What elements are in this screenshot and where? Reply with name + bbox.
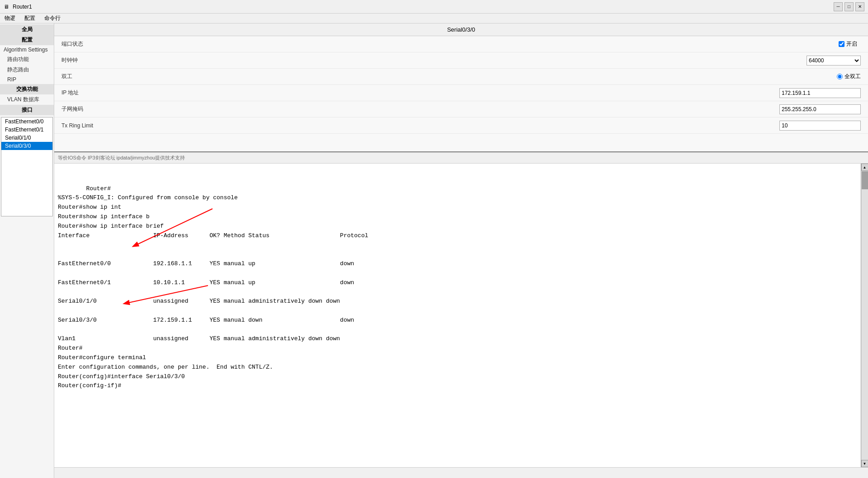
config-row-ip: IP 地址 bbox=[54, 85, 868, 101]
minimize-button[interactable]: ─ bbox=[834, 2, 843, 11]
sidebar-section-top: 全局 配置 Algorithm Settings 路由功能 静态路由 RIP 交… bbox=[0, 23, 54, 116]
interface-panel: Serial0/3/0 端口状态 开启 时钟钟 64000 128000 bbox=[54, 23, 868, 152]
label-txring: Tx Ring Limit bbox=[61, 122, 134, 129]
sidebar-item-jiekou[interactable]: 接口 bbox=[0, 105, 54, 115]
duplex-radio-area: 全双工 bbox=[837, 73, 861, 80]
sidebar-item-fe00[interactable]: FastEthernet0/0 bbox=[1, 117, 52, 126]
value-subnet bbox=[134, 104, 861, 114]
label-duplex: 双工 bbox=[61, 73, 134, 80]
value-clock: 64000 128000 256000 bbox=[134, 56, 861, 66]
duplex-full-radio[interactable] bbox=[837, 74, 843, 80]
ip-address-input[interactable] bbox=[779, 88, 861, 98]
terminal-line-1: Router# %SYS-5-CONFIG_I: Configured from… bbox=[58, 185, 368, 389]
interface-title: Serial0/3/0 bbox=[54, 23, 868, 36]
sidebar-item-rip[interactable]: RIP bbox=[0, 75, 54, 84]
arrow-overlay bbox=[54, 164, 861, 467]
sidebar-item-quanju[interactable]: 全局 bbox=[0, 24, 54, 35]
duplex-full-label: 全双工 bbox=[844, 73, 861, 80]
clock-select[interactable]: 64000 128000 256000 bbox=[807, 56, 861, 66]
value-port-status: 开启 bbox=[134, 40, 861, 48]
sidebar: 全局 配置 Algorithm Settings 路由功能 静态路由 RIP 交… bbox=[0, 23, 54, 478]
terminal-content[interactable]: Router# %SYS-5-CONFIG_I: Configured from… bbox=[54, 164, 861, 467]
txring-input[interactable] bbox=[779, 121, 861, 131]
terminal-wrapper: Router# %SYS-5-CONFIG_I: Configured from… bbox=[54, 164, 868, 467]
port-status-checkbox-area: 开启 bbox=[839, 40, 857, 48]
status-bar bbox=[54, 467, 868, 478]
subnet-mask-input[interactable] bbox=[779, 104, 861, 114]
port-status-checkbox[interactable] bbox=[839, 41, 844, 47]
config-row-clock: 时钟钟 64000 128000 256000 bbox=[54, 52, 868, 69]
scrollbar-thumb[interactable] bbox=[862, 171, 868, 189]
config-row-duplex: 双工 全双工 bbox=[54, 69, 868, 85]
label-subnet: 子网掩码 bbox=[61, 105, 134, 113]
app-icon: 🖥 bbox=[4, 4, 9, 10]
close-button[interactable]: ✕ bbox=[855, 2, 864, 11]
sidebar-item-jiaohuan[interactable]: 交换功能 bbox=[0, 84, 54, 94]
title-bar-controls[interactable]: ─ □ ✕ bbox=[834, 2, 864, 11]
title-bar-left: 🖥 Router1 bbox=[4, 4, 32, 10]
value-duplex: 全双工 bbox=[134, 73, 861, 80]
maximize-button[interactable]: □ bbox=[844, 2, 854, 11]
menu-item-mingling[interactable]: 命令行 bbox=[42, 14, 63, 23]
content-area: Serial0/3/0 端口状态 开启 时钟钟 64000 128000 bbox=[54, 23, 868, 478]
title-bar: 🖥 Router1 ─ □ ✕ bbox=[0, 0, 868, 14]
scrollbar-down-button[interactable]: ▼ bbox=[861, 460, 868, 467]
config-row-port-status: 端口状态 开启 bbox=[54, 36, 868, 52]
menu-bar: 物逻 配置 命令行 bbox=[0, 14, 868, 23]
sidebar-item-jingtaluyou[interactable]: 静态路由 bbox=[0, 65, 54, 75]
terminal-scrollbar: ▲ ▼ bbox=[861, 164, 868, 467]
label-clock: 时钟钟 bbox=[61, 56, 134, 64]
info-bar-text: 等价IOS命令 IP3剑客论坛 ipdata/jimmyzhou提供技术支持 bbox=[58, 155, 185, 160]
sidebar-item-serial010[interactable]: Serial0/1/0 bbox=[1, 134, 52, 142]
sidebar-item-vlan[interactable]: VLAN 数据库 bbox=[0, 94, 54, 105]
sidebar-item-luyougongneng[interactable]: 路由功能 bbox=[0, 54, 54, 65]
config-row-subnet: 子网掩码 bbox=[54, 101, 868, 117]
menu-item-peizhi[interactable]: 配置 bbox=[22, 14, 38, 23]
main-container: 全局 配置 Algorithm Settings 路由功能 静态路由 RIP 交… bbox=[0, 23, 868, 478]
info-bar: 等价IOS命令 IP3剑客论坛 ipdata/jimmyzhou提供技术支持 bbox=[54, 152, 868, 164]
label-port-status: 端口状态 bbox=[61, 40, 134, 48]
port-status-label: 开启 bbox=[846, 40, 857, 48]
config-row-txring: Tx Ring Limit bbox=[54, 117, 868, 134]
value-ip bbox=[134, 88, 861, 98]
sidebar-item-fe01[interactable]: FastEthernet0/1 bbox=[1, 126, 52, 134]
scrollbar-track[interactable] bbox=[861, 171, 868, 460]
sidebar-item-peizhi[interactable]: 配置 bbox=[0, 35, 54, 45]
value-txring bbox=[134, 121, 861, 131]
window-title: Router1 bbox=[13, 4, 32, 10]
menu-item-wuluo[interactable]: 物逻 bbox=[2, 14, 18, 23]
sidebar-item-serial030[interactable]: Serial0/3/0 bbox=[1, 142, 52, 150]
sidebar-item-algorithm[interactable]: Algorithm Settings bbox=[0, 45, 54, 54]
sidebar-interface-list: FastEthernet0/0 FastEthernet0/1 Serial0/… bbox=[1, 117, 53, 216]
label-ip: IP 地址 bbox=[61, 89, 134, 97]
scrollbar-up-button[interactable]: ▲ bbox=[861, 164, 868, 171]
